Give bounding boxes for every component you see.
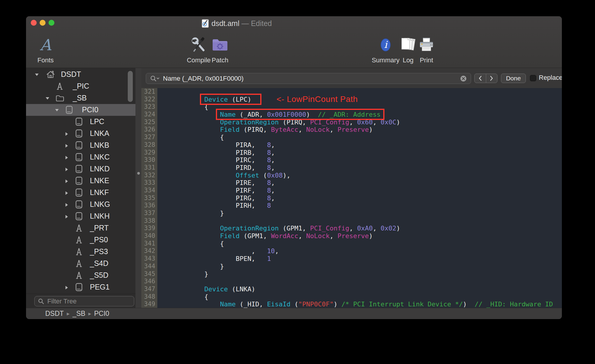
filter-tree-input[interactable]: Filter Tree [34,296,134,306]
fonts-button[interactable]: A Fonts [26,33,68,65]
method-icon [75,224,83,233]
done-button[interactable]: Done [501,74,526,83]
line-number-gutter: 3213223233243253263273283293303313323333… [141,88,157,308]
line-number: 349 [141,300,157,308]
patch-label: Patch [212,56,228,65]
line-number: 335 [141,194,157,202]
lowpincount-annotation: <- LowPinCount Path [277,95,358,104]
code-line-338 [157,217,562,225]
window-title-block: dsdt.aml — Edited [202,19,272,28]
method-icon [75,259,83,268]
code-line-344: } [157,263,562,270]
sidebar-item-ps3[interactable]: _PS3 [26,246,135,258]
replace-label: Replace [539,74,562,82]
line-number: 339 [141,225,157,232]
device-icon [75,176,83,185]
replace-checkbox[interactable] [530,75,536,81]
device-icon [75,117,83,126]
line-number: 334 [141,187,157,194]
disclosure-closed-icon[interactable] [64,191,68,195]
document-proxy-icon[interactable] [202,19,209,28]
clear-search-icon[interactable] [460,75,467,82]
minimize-button[interactable] [40,20,46,26]
line-number: 345 [141,270,157,278]
code-line-327: { [157,134,562,141]
highlight-box-device-lpc [200,94,261,105]
disclosure-open-icon[interactable] [55,108,59,112]
disclosure-closed-icon[interactable] [64,179,68,183]
sidebar-item-dsdt[interactable]: DSDT [26,69,135,80]
line-number: 348 [141,293,157,301]
disclosure-open-icon[interactable] [45,96,50,100]
device-icon [75,212,83,221]
sidebar-item-s5d[interactable]: _S5D [26,269,135,281]
line-number: 330 [141,156,157,164]
tree-item-label: LNKH [90,212,110,220]
sidebar-item-pci0[interactable]: PCI0 [26,104,135,116]
disclosure-closed-icon[interactable] [64,155,68,160]
disclosure-closed-icon[interactable] [64,203,68,207]
sidebar-item-lnkb[interactable]: LNKB [26,139,135,151]
sidebar-item-lnkc[interactable]: LNKC [26,151,135,163]
sidebar-item-pic[interactable]: _PIC [26,80,135,92]
editor-pane: Name (_ADR, 0x001F0000) Done Replace [141,68,562,308]
sidebar-item-ps0[interactable]: _PS0 [26,234,135,246]
patch-button[interactable]: Patch [198,33,242,65]
tree-item-label: LNKG [90,200,110,209]
sidebar-item-prt[interactable]: _PRT [26,222,135,234]
sidebar-item-lnka[interactable]: LNKA [26,128,135,139]
method-icon [75,247,83,256]
code-line-332: Offset (0x08), [157,172,562,179]
sidebar-scrollbar-thumb[interactable] [128,71,133,102]
sidebar-item-s4d[interactable]: _S4D [26,258,135,269]
sidebar-item-lnkf[interactable]: LNKF [26,187,135,199]
print-icon [418,33,434,56]
disclosure-closed-icon[interactable] [64,167,68,172]
code-line-339: OperationRegion (GPM1, PCI_Config, 0xA0,… [157,225,562,232]
tree-item-label: _PS0 [90,235,108,244]
tree-item-label: LPC [90,117,104,126]
device-icon [75,283,83,292]
line-number: 327 [141,134,157,141]
search-menu-icon[interactable] [150,75,159,82]
fonts-icon: A [40,33,51,56]
device-icon [75,188,83,197]
tree-item-label: LNKA [90,129,109,138]
disclosure-closed-icon[interactable] [64,214,68,219]
sidebar-item-lnkh[interactable]: LNKH [26,210,135,222]
pane-splitter[interactable] [135,68,141,308]
breadcrumb-separator-icon: ▸ [88,310,91,317]
tree-item-label: LNKB [90,141,109,150]
method-icon [55,82,64,91]
breadcrumb-pci0[interactable]: PCI0 [94,310,109,318]
folder-icon [55,94,64,103]
disclosure-closed-icon[interactable] [64,144,68,148]
print-button[interactable]: Print [404,33,449,65]
breadcrumb-sb[interactable]: _SB [72,310,85,318]
code-editor[interactable]: 3213223233243253263273283293303313323333… [141,88,562,308]
filter-divider [26,294,135,294]
disclosure-open-icon[interactable] [35,73,39,77]
disclosure-closed-icon[interactable] [64,285,68,290]
sidebar-item-sb[interactable]: _SB [26,92,135,104]
sidebar-item-lpc[interactable]: LPC [26,116,135,128]
close-button[interactable] [31,20,37,26]
sidebar-item-lnkg[interactable]: LNKG [26,199,135,210]
sidebar-item-peg1[interactable]: PEG1 [26,281,135,293]
home-icon [46,70,55,79]
sidebar-item-lnke[interactable]: LNKE [26,175,135,187]
print-label: Print [420,56,433,65]
find-previous-button[interactable] [475,74,486,83]
line-number: 324 [141,111,157,118]
disclosure-closed-icon[interactable] [64,132,68,136]
zoom-button[interactable] [48,20,54,26]
line-number: 343 [141,255,157,263]
tree-item-label: _S5D [90,271,109,280]
find-next-button[interactable] [486,74,497,83]
breadcrumb-dsdt[interactable]: DSDT [45,310,64,318]
device-icon [75,153,83,162]
sidebar-item-lnkd[interactable]: LNKD [26,163,135,175]
navigation-tree-sidebar: DSDT_PIC_SBPCI0LPCLNKALNKBLNKCLNKDLNKELN… [26,68,135,308]
find-input[interactable]: Name (_ADR, 0x001F0000) [146,73,471,84]
line-number: 344 [141,263,157,270]
